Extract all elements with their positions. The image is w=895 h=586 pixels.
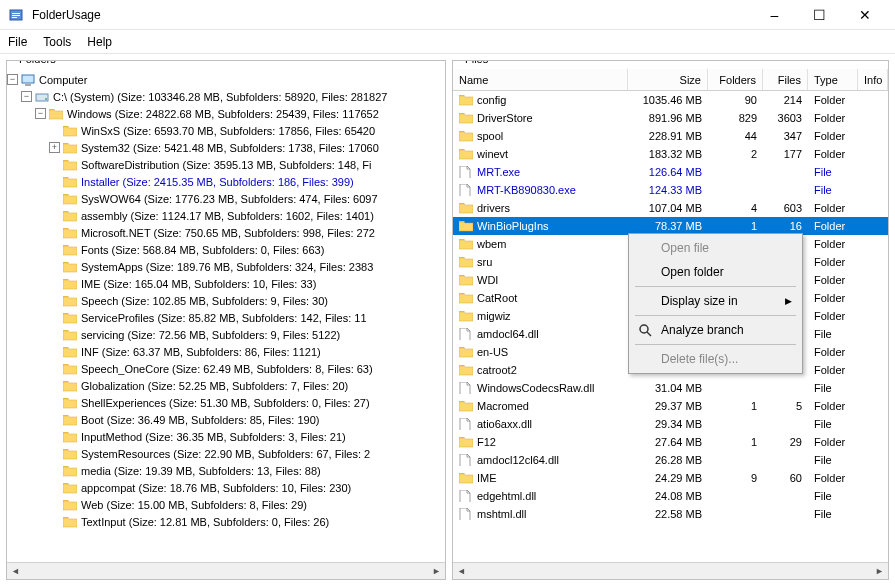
tree-item[interactable]: Speech (Size: 102.85 MB, Subfolders: 9, …	[7, 292, 445, 309]
context-display-size[interactable]: Display size in▶	[631, 289, 800, 313]
context-open-folder[interactable]: Open folder	[631, 260, 800, 284]
context-separator	[635, 315, 796, 316]
menu-tools[interactable]: Tools	[43, 35, 71, 49]
file-type-cell: File	[808, 166, 858, 178]
tree-item[interactable]: +System32 (Size: 5421.48 MB, Subfolders:…	[7, 139, 445, 156]
tree-root-computer[interactable]: −Computer	[7, 71, 445, 88]
folder-icon	[459, 274, 473, 286]
file-name-cell: migwiz	[453, 310, 628, 322]
file-name-cell: amdocl12cl64.dll	[453, 454, 628, 466]
menu-file[interactable]: File	[8, 35, 27, 49]
context-delete[interactable]: Delete file(s)...	[631, 347, 800, 371]
close-button[interactable]: ✕	[842, 0, 887, 30]
tree-item[interactable]: appcompat (Size: 18.76 MB, Subfolders: 1…	[7, 479, 445, 496]
file-row[interactable]: IME24.29 MB960Folder	[453, 469, 888, 487]
collapse-icon[interactable]: −	[21, 91, 32, 102]
tree-item[interactable]: SystemApps (Size: 189.76 MB, Subfolders:…	[7, 258, 445, 275]
file-files-cell: 214	[763, 94, 808, 106]
scroll-left-icon[interactable]: ◄	[453, 563, 470, 580]
file-name-cell: spool	[453, 130, 628, 142]
tree-item[interactable]: ShellExperiences (Size: 51.30 MB, Subfol…	[7, 394, 445, 411]
file-row[interactable]: DriverStore891.96 MB8293603Folder	[453, 109, 888, 127]
collapse-icon[interactable]: −	[35, 108, 46, 119]
scroll-track[interactable]	[24, 563, 428, 580]
folder-tree[interactable]: −Computer−C:\ (System) (Size: 103346.28 …	[7, 69, 445, 562]
scroll-right-icon[interactable]: ►	[428, 563, 445, 580]
menu-help[interactable]: Help	[87, 35, 112, 49]
tree-windows[interactable]: −Windows (Size: 24822.68 MB, Subfolders:…	[7, 105, 445, 122]
folder-icon	[63, 278, 77, 290]
tree-label: Speech_OneCore (Size: 62.49 MB, Subfolde…	[81, 363, 373, 375]
tree-item[interactable]: Web (Size: 15.00 MB, Subfolders: 8, File…	[7, 496, 445, 513]
expand-icon[interactable]: +	[49, 142, 60, 153]
folders-scrollbar-horizontal[interactable]: ◄ ►	[7, 562, 445, 579]
tree-item[interactable]: ServiceProfiles (Size: 85.82 MB, Subfold…	[7, 309, 445, 326]
svg-rect-1	[12, 13, 20, 14]
file-name-cell: en-US	[453, 346, 628, 358]
file-row[interactable]: amdocl12cl64.dll26.28 MBFile	[453, 451, 888, 469]
col-header-files[interactable]: Files	[763, 69, 808, 90]
tree-label: InputMethod (Size: 36.35 MB, Subfolders:…	[81, 431, 346, 443]
tree-item[interactable]: WinSxS (Size: 6593.70 MB, Subfolders: 17…	[7, 122, 445, 139]
tree-item[interactable]: servicing (Size: 72.56 MB, Subfolders: 9…	[7, 326, 445, 343]
col-header-size[interactable]: Size	[628, 69, 708, 90]
tree-label: media (Size: 19.39 MB, Subfolders: 13, F…	[81, 465, 321, 477]
tree-drive-c[interactable]: −C:\ (System) (Size: 103346.28 MB, Subfo…	[7, 88, 445, 105]
file-type-cell: File	[808, 454, 858, 466]
file-row[interactable]: drivers107.04 MB4603Folder	[453, 199, 888, 217]
file-row[interactable]: WindowsCodecsRaw.dll31.04 MBFile	[453, 379, 888, 397]
file-name: mshtml.dll	[477, 508, 527, 520]
file-type-cell: Folder	[808, 310, 858, 322]
svg-rect-4	[22, 75, 34, 83]
tree-item[interactable]: InputMethod (Size: 36.35 MB, Subfolders:…	[7, 428, 445, 445]
file-row[interactable]: config1035.46 MB90214Folder	[453, 91, 888, 109]
col-header-folders[interactable]: Folders	[708, 69, 763, 90]
svg-line-9	[647, 332, 651, 336]
tree-item[interactable]: Installer (Size: 2415.35 MB, Subfolders:…	[7, 173, 445, 190]
context-open-file[interactable]: Open file	[631, 236, 800, 260]
col-header-name[interactable]: Name	[453, 69, 628, 90]
scroll-left-icon[interactable]: ◄	[7, 563, 24, 580]
file-row[interactable]: MRT-KB890830.exe124.33 MBFile	[453, 181, 888, 199]
minimize-button[interactable]: –	[752, 0, 797, 30]
tree-item[interactable]: TextInput (Size: 12.81 MB, Subfolders: 0…	[7, 513, 445, 530]
file-row[interactable]: Macromed29.37 MB15Folder	[453, 397, 888, 415]
collapse-icon[interactable]: −	[7, 74, 18, 85]
tree-item[interactable]: Microsoft.NET (Size: 750.65 MB, Subfolde…	[7, 224, 445, 241]
file-row[interactable]: edgehtml.dll24.08 MBFile	[453, 487, 888, 505]
file-type-cell: File	[808, 418, 858, 430]
scroll-track[interactable]	[470, 563, 871, 580]
tree-label: SoftwareDistribution (Size: 3595.13 MB, …	[81, 159, 371, 171]
file-size-cell: 31.04 MB	[628, 382, 708, 394]
file-row[interactable]: MRT.exe126.64 MBFile	[453, 163, 888, 181]
file-row[interactable]: atio6axx.dll29.34 MBFile	[453, 415, 888, 433]
file-row[interactable]: F1227.64 MB129Folder	[453, 433, 888, 451]
tree-item[interactable]: IME (Size: 165.04 MB, Subfolders: 10, Fi…	[7, 275, 445, 292]
scroll-right-icon[interactable]: ►	[871, 563, 888, 580]
tree-item[interactable]: SysWOW64 (Size: 1776.23 MB, Subfolders: …	[7, 190, 445, 207]
tree-item[interactable]: assembly (Size: 1124.17 MB, Subfolders: …	[7, 207, 445, 224]
file-name-cell: winevt	[453, 148, 628, 160]
tree-item[interactable]: media (Size: 19.39 MB, Subfolders: 13, F…	[7, 462, 445, 479]
tree-item[interactable]: Fonts (Size: 568.84 MB, Subfolders: 0, F…	[7, 241, 445, 258]
tree-item[interactable]: INF (Size: 63.37 MB, Subfolders: 86, Fil…	[7, 343, 445, 360]
col-header-type[interactable]: Type	[808, 69, 858, 90]
file-type-cell: Folder	[808, 112, 858, 124]
folder-icon	[459, 202, 473, 214]
files-scrollbar-horizontal[interactable]: ◄ ►	[453, 562, 888, 579]
tree-item[interactable]: SystemResources (Size: 22.90 MB, Subfold…	[7, 445, 445, 462]
tree-item[interactable]: Speech_OneCore (Size: 62.49 MB, Subfolde…	[7, 360, 445, 377]
file-row[interactable]: mshtml.dll22.58 MBFile	[453, 505, 888, 523]
tree-item[interactable]: SoftwareDistribution (Size: 3595.13 MB, …	[7, 156, 445, 173]
file-row[interactable]: spool228.91 MB44347Folder	[453, 127, 888, 145]
folder-icon	[459, 256, 473, 268]
context-analyze[interactable]: Analyze branch	[631, 318, 800, 342]
maximize-button[interactable]: ☐	[797, 0, 842, 30]
tree-item[interactable]: Boot (Size: 36.49 MB, Subfolders: 85, Fi…	[7, 411, 445, 428]
file-row[interactable]: winevt183.32 MB2177Folder	[453, 145, 888, 163]
file-size-cell: 29.37 MB	[628, 400, 708, 412]
col-header-info[interactable]: Info	[858, 69, 888, 90]
tree-item[interactable]: Globalization (Size: 52.25 MB, Subfolder…	[7, 377, 445, 394]
file-name: sru	[477, 256, 492, 268]
file-name-cell: WinBioPlugIns	[453, 220, 628, 232]
